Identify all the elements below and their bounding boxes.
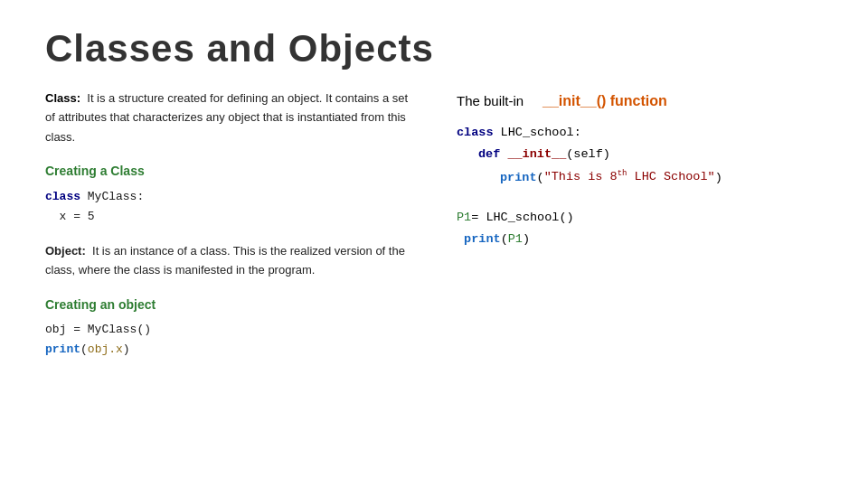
class-code-block: class MyClass: x = 5 xyxy=(45,187,411,227)
class-description: Class: It is a structure created for def… xyxy=(45,89,411,146)
creating-object-heading: Creating an object xyxy=(45,295,411,314)
object-code-block: obj = MyClass() print(obj.x) xyxy=(45,320,411,360)
creating-class-heading: Creating a Class xyxy=(45,161,411,181)
object-description: Object: It is an instance of a class. Th… xyxy=(45,241,411,280)
code-class-line1: class MyClass: xyxy=(45,187,411,207)
right-column: The built-in __init__() function class L… xyxy=(439,89,823,470)
builtin-label: The built-in xyxy=(457,93,524,108)
object-desc-text: It is an instance of a class. This is th… xyxy=(45,244,405,277)
content-row: Class: It is a structure created for def… xyxy=(45,89,823,470)
page-title: Classes and Objects xyxy=(45,27,823,70)
left-column: Class: It is a structure created for def… xyxy=(45,89,411,470)
code-p1-line2: print(P1) xyxy=(457,229,823,250)
class-desc-text: It is a structure created for defining a… xyxy=(45,91,408,144)
page: Classes and Objects Class: It is a struc… xyxy=(0,0,868,488)
code-right-line3: print("This is 8th LHC School") xyxy=(500,166,823,189)
code-obj-line2: print(obj.x) xyxy=(45,340,411,360)
code-right-line1: class LHC_school: xyxy=(457,122,823,144)
function-label: __init__() function xyxy=(542,93,667,108)
right-code-block: class LHC_school: def __init__(self) pri… xyxy=(457,122,823,188)
code-class-line2: x = 5 xyxy=(45,207,411,227)
right-title: The built-in __init__() function xyxy=(457,89,823,113)
class-label: Class: xyxy=(45,91,80,105)
code-p1-line1: P1= LHC_school() xyxy=(457,207,823,229)
right-p1-block: P1= LHC_school() print(P1) xyxy=(457,207,823,251)
code-right-line2: def __init__(self) xyxy=(478,144,823,165)
object-label: Object: xyxy=(45,244,86,258)
code-obj-line1: obj = MyClass() xyxy=(45,320,411,340)
